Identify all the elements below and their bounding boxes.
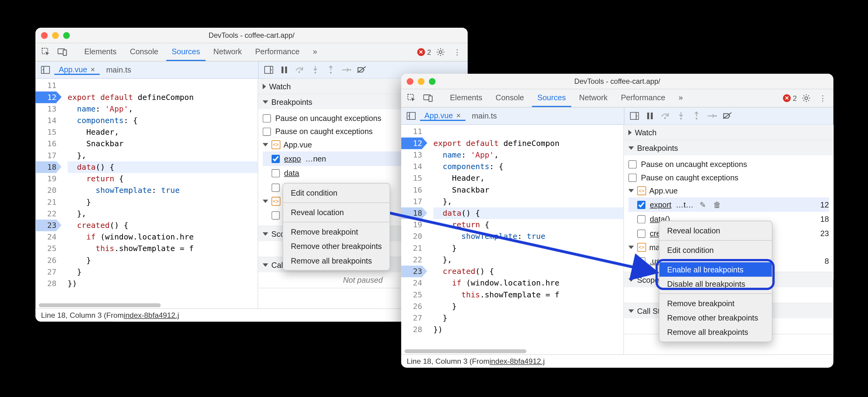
device-icon[interactable] [421,91,435,105]
bp-item[interactable]: export…t… ✎ 🗑 12 [628,197,829,212]
svg-point-30 [680,118,681,119]
navigator-toggle-icon[interactable] [39,63,52,77]
ctx-remove-all[interactable]: Remove all breakpoints [659,325,772,339]
file-tab-maints[interactable]: main.ts [467,112,501,120]
step-over-icon[interactable] [293,63,306,77]
step-icon[interactable] [339,63,353,77]
close-icon[interactable]: × [90,65,95,74]
ctx-remove-other[interactable]: Remove other breakpoints [659,310,772,325]
step-icon[interactable] [705,109,718,123]
chevron-down-icon [628,146,633,150]
debugger-toggle-icon[interactable] [627,109,641,123]
step-into-icon[interactable] [308,63,322,77]
section-breakpoints[interactable]: Breakpoints [624,140,834,155]
inspect-icon[interactable] [39,45,53,59]
sourcemap-link[interactable]: index-8bfa4912.j [124,311,179,319]
ctx-enable-all[interactable]: Enable all breakpoints [659,262,772,277]
file-icon: <> [271,140,280,149]
gutter[interactable]: 111213141516171819202122232425262728 [401,125,427,348]
code-editor[interactable]: 111213141516171819202122232425262728 exp… [401,125,624,355]
tab-network[interactable]: Network [574,89,613,107]
context-menu: Reveal location Edit condition Enable al… [659,221,772,342]
chevron-right-icon [628,130,631,135]
navigator-toggle-icon[interactable] [405,109,418,123]
ctx-remove-bp[interactable]: Remove breakpoint [659,296,772,310]
traffic-lights [41,32,70,39]
close-icon[interactable] [41,32,48,39]
section-watch[interactable]: Watch [624,125,834,140]
close-icon[interactable] [407,78,413,85]
chevron-down-icon [628,278,633,282]
pause-icon[interactable] [277,63,291,77]
code[interactable]: export default defineCompon name: 'App',… [61,79,257,302]
step-out-icon[interactable] [324,63,337,77]
gutter[interactable]: 111213141516171819202122232425262728 [35,79,61,302]
settings-icon[interactable] [799,91,813,105]
debugger-toggle-icon[interactable] [262,63,275,77]
ctx-reveal-location[interactable]: Reveal location [283,205,390,219]
trash-icon[interactable]: 🗑 [712,200,722,209]
chevron-down-icon [628,309,633,313]
error-count[interactable]: ✕ 2 [783,94,797,102]
settings-icon[interactable] [433,45,447,59]
ctx-remove-bp[interactable]: Remove breakpoint [283,225,390,239]
code[interactable]: export default defineCompon name: 'App',… [427,125,623,348]
bp-group-appvue[interactable]: <> App.vue [628,184,829,197]
device-icon[interactable] [55,45,70,59]
traffic-lights [407,78,436,85]
file-tab-appvue[interactable]: App.vue × [420,111,465,121]
error-count[interactable]: ✕ 2 [417,48,431,56]
error-icon: ✕ [417,48,425,56]
more-tabs[interactable]: » [307,43,323,61]
tab-sources[interactable]: Sources [532,89,571,107]
pencil-icon[interactable]: ✎ [698,200,708,209]
h-scrollbar[interactable] [401,349,623,355]
chevron-down-icon [262,200,268,203]
file-tab-maints[interactable]: main.ts [102,65,135,74]
minimize-icon[interactable] [52,32,59,39]
kebab-icon[interactable]: ⋮ [450,45,464,59]
ctx-remove-all[interactable]: Remove all breakpoints [283,254,390,268]
svg-rect-27 [651,112,652,119]
step-over-icon[interactable] [658,109,672,123]
deactivate-bp-icon[interactable] [721,109,734,123]
tab-console[interactable]: Console [124,43,164,61]
deactivate-bp-icon[interactable] [355,63,368,77]
tab-sources[interactable]: Sources [166,43,206,61]
maximize-icon[interactable] [63,32,70,39]
tab-network[interactable]: Network [208,43,248,61]
window-title: DevTools - coffee-cart.app/ [35,31,468,39]
minimize-icon[interactable] [418,78,425,85]
tab-performance[interactable]: Performance [615,89,671,107]
tab-elements[interactable]: Elements [79,43,122,61]
ctx-disable-all[interactable]: Disable all breakpoints [659,277,772,291]
svg-point-10 [298,71,300,73]
svg-point-3 [439,51,442,54]
sourcemap-link[interactable]: index-8bfa4912.j [490,357,545,365]
tab-elements[interactable]: Elements [444,89,488,107]
svg-rect-2 [63,50,66,55]
context-menu: Edit condition Reveal location Remove br… [282,183,390,271]
file-tab-appvue[interactable]: App.vue × [54,65,99,75]
svg-point-16 [349,69,351,71]
tab-console[interactable]: Console [490,89,530,107]
h-scrollbar[interactable] [35,303,257,308]
maximize-icon[interactable] [429,78,436,85]
kebab-icon[interactable]: ⋮ [816,91,830,105]
code-editor[interactable]: 111213141516171819202122232425262728 exp… [35,79,258,308]
pause-icon[interactable] [643,109,656,123]
step-out-icon[interactable] [690,109,703,123]
file-icon: <> [637,187,646,195]
ctx-edit-condition[interactable]: Edit condition [283,186,390,200]
tab-performance[interactable]: Performance [250,43,305,61]
pause-uncaught[interactable]: Pause on uncaught exceptions [628,158,829,171]
pause-caught[interactable]: Pause on caught exceptions [628,171,829,184]
ctx-remove-other[interactable]: Remove other breakpoints [283,239,390,253]
close-icon[interactable]: × [456,111,461,120]
ctx-reveal-location[interactable]: Reveal location [659,223,772,238]
inspect-icon[interactable] [405,91,419,105]
more-tabs[interactable]: » [673,89,689,107]
svg-point-32 [695,118,697,119]
step-into-icon[interactable] [674,109,687,123]
ctx-edit-condition[interactable]: Edit condition [659,243,772,257]
